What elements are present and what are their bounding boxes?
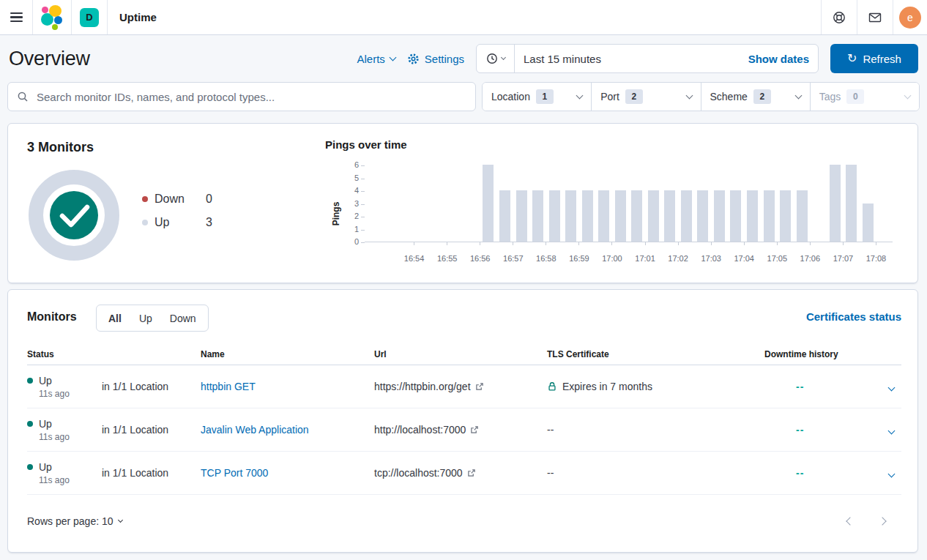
x-axis-tick bbox=[645, 242, 646, 245]
x-axis-tick-label: 17:04 bbox=[726, 254, 762, 263]
chevron-down-icon bbox=[685, 92, 693, 99]
refresh-button[interactable]: ↻ Refresh bbox=[830, 44, 918, 73]
rows-per-page-button[interactable]: Rows per page: 10 bbox=[27, 515, 122, 527]
expand-row-button[interactable] bbox=[889, 381, 901, 392]
x-axis-tick bbox=[480, 242, 480, 245]
alerts-dropdown[interactable]: Alerts bbox=[357, 53, 395, 65]
previous-page-button[interactable] bbox=[846, 517, 854, 525]
elastic-home-button[interactable] bbox=[33, 0, 71, 34]
filter-count-badge: 2 bbox=[753, 89, 771, 104]
quick-select-menu[interactable] bbox=[477, 45, 515, 72]
ping-bar bbox=[483, 165, 494, 242]
x-axis-tick bbox=[611, 242, 612, 245]
filter-scheme[interactable]: Scheme2 bbox=[701, 83, 810, 111]
ping-bar bbox=[730, 190, 741, 242]
x-axis-tick-label: 17:02 bbox=[660, 254, 696, 263]
user-menu-button[interactable]: e bbox=[893, 0, 927, 34]
time-range-value[interactable]: Last 15 minutes bbox=[515, 53, 748, 65]
page-header: Overview Alerts Settings Last 15 minutes… bbox=[0, 35, 927, 82]
ping-bar bbox=[697, 190, 708, 242]
y-axis-tick-label: 2 bbox=[332, 212, 359, 220]
column-header-downtime: Downtime history bbox=[764, 349, 879, 359]
rows-per-page-label: Rows per page: 10 bbox=[27, 515, 113, 527]
next-page-button[interactable] bbox=[878, 517, 886, 525]
legend-item-down: Down0 bbox=[142, 193, 212, 206]
x-axis-tick bbox=[711, 242, 712, 245]
filter-count-badge: 1 bbox=[536, 89, 554, 104]
ping-bar bbox=[714, 190, 725, 242]
tab-all[interactable]: All bbox=[100, 305, 130, 331]
y-axis-tick-label: 6 bbox=[332, 160, 359, 169]
monitor-name-link[interactable]: httpbin GET bbox=[201, 381, 256, 392]
downtime-history-cell: -- bbox=[764, 424, 879, 436]
legend-label: Down bbox=[154, 193, 206, 206]
monitor-url-link[interactable]: tcp://localhost:7000 bbox=[374, 467, 547, 479]
hamburger-icon bbox=[10, 12, 23, 22]
pagination bbox=[847, 518, 901, 524]
refresh-label: Refresh bbox=[863, 53, 901, 65]
elastic-logo-icon bbox=[40, 5, 64, 30]
breadcrumb: Uptime bbox=[108, 11, 168, 23]
expand-row-button[interactable] bbox=[889, 467, 901, 479]
show-dates-button[interactable]: Show dates bbox=[748, 53, 818, 65]
tls-text: Expires in 7 months bbox=[562, 381, 652, 392]
tab-down[interactable]: Down bbox=[161, 305, 205, 331]
gear-icon bbox=[407, 53, 420, 65]
filter-location[interactable]: Location1 bbox=[483, 83, 591, 111]
filter-label: Location bbox=[491, 91, 530, 102]
search-input[interactable] bbox=[35, 90, 466, 104]
x-axis-tick bbox=[810, 242, 811, 245]
tls-certificate-cell: -- bbox=[547, 424, 764, 436]
settings-label: Settings bbox=[425, 53, 464, 65]
ping-bar bbox=[582, 190, 593, 242]
space-selector[interactable]: D bbox=[72, 0, 107, 34]
monitor-url-link[interactable]: https://httpbin.org/get bbox=[374, 381, 547, 392]
status-up-dot-icon bbox=[27, 464, 33, 470]
y-axis-tick bbox=[361, 242, 365, 243]
last-check-time: 11s ago bbox=[39, 432, 102, 442]
help-menu-button[interactable] bbox=[822, 0, 857, 34]
chevron-down-icon bbox=[888, 384, 896, 392]
x-axis-tick bbox=[513, 242, 513, 245]
legend-value: 0 bbox=[206, 193, 212, 206]
x-axis-tick bbox=[777, 242, 778, 245]
ping-bar bbox=[681, 190, 692, 242]
downtime-history-cell: -- bbox=[764, 467, 879, 479]
x-axis-tick-label: 16:58 bbox=[528, 254, 565, 263]
monitors-table: Status Name Url TLS Certificate Downtime… bbox=[27, 347, 901, 495]
x-axis-tick-label: 16:54 bbox=[396, 254, 433, 263]
ping-bar bbox=[830, 165, 841, 242]
monitors-panel: Monitors AllUpDown Certificates status S… bbox=[7, 289, 918, 553]
expand-row-button[interactable] bbox=[889, 424, 901, 436]
settings-button[interactable]: Settings bbox=[407, 53, 464, 65]
status-up-dot-icon bbox=[27, 378, 33, 384]
monitor-name-link[interactable]: Javalin Web Application bbox=[201, 424, 309, 436]
tab-up[interactable]: Up bbox=[130, 305, 161, 331]
column-header-status: Status bbox=[27, 349, 102, 359]
monitor-url-link[interactable]: http://localhost:7000 bbox=[374, 424, 547, 436]
monitor-name-link[interactable]: TCP Port 7000 bbox=[201, 467, 268, 479]
avatar: e bbox=[899, 7, 921, 29]
filter-port[interactable]: Port2 bbox=[591, 83, 700, 111]
column-header-name: Name bbox=[201, 349, 374, 359]
chevron-down-icon bbox=[389, 53, 396, 61]
search-icon bbox=[17, 91, 29, 102]
chevron-down-icon bbox=[794, 92, 802, 99]
ping-bar bbox=[499, 190, 510, 242]
clock-icon bbox=[486, 53, 498, 64]
tls-certificate-cell: Expires in 7 months bbox=[547, 381, 764, 392]
nav-menu-button[interactable] bbox=[0, 0, 32, 34]
certificates-status-link[interactable]: Certificates status bbox=[806, 310, 901, 323]
alerts-label: Alerts bbox=[357, 53, 384, 65]
x-axis-tick-label: 17:05 bbox=[759, 254, 795, 263]
newsfeed-button[interactable] bbox=[857, 0, 893, 34]
filter-count-badge: 0 bbox=[846, 89, 864, 104]
x-axis-tick-label: 16:56 bbox=[462, 254, 499, 263]
legend-dot-icon bbox=[142, 220, 148, 225]
status-text: Up bbox=[39, 461, 52, 473]
chevron-down-icon bbox=[904, 92, 912, 99]
x-axis-tick-label: 17:07 bbox=[824, 254, 861, 263]
y-axis-tick-label: 1 bbox=[332, 225, 359, 234]
x-axis-tick bbox=[678, 242, 679, 245]
x-axis-tick-label: 17:01 bbox=[627, 254, 663, 263]
